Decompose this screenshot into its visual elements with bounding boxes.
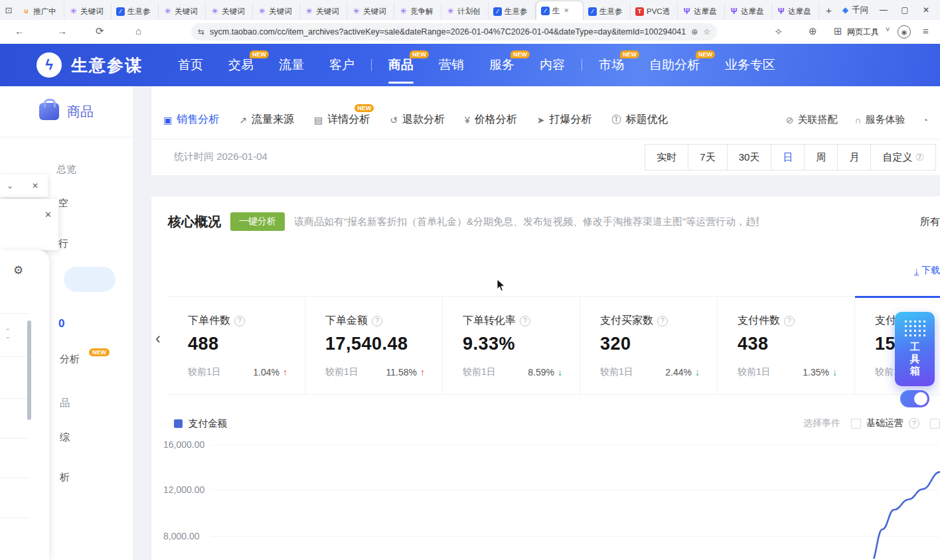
browser-tab[interactable]: ✳关键词 xyxy=(253,3,300,20)
range-button-自定义[interactable]: 自定义 ⑦ xyxy=(870,144,936,171)
sidebar-item-fragment[interactable]: 综 xyxy=(60,431,70,444)
top-nav-item-交易[interactable]: 交易NEW xyxy=(216,56,266,74)
collapse-icon[interactable]: ⌄ xyxy=(7,181,13,190)
subnav-link-服务体验[interactable]: ∩服务体验 xyxy=(854,113,905,126)
sidebar-item-fragment[interactable]: 析 xyxy=(60,471,70,484)
range-button-日[interactable]: 日 xyxy=(771,144,805,171)
sidebar-item-fragment[interactable]: 空 xyxy=(58,197,68,210)
help-icon[interactable]: ? xyxy=(372,316,382,326)
subnav-tab-价格分析[interactable]: ¥价格分析 xyxy=(465,113,517,127)
browser-tab[interactable]: ✳竞争解 xyxy=(394,3,441,20)
menu-icon[interactable]: ≡ xyxy=(923,25,929,36)
top-nav-item-营销[interactable]: 营销 xyxy=(426,56,477,74)
downloads-icon[interactable]: ⊕ xyxy=(809,25,817,37)
tab-search-icon[interactable]: ⊡ xyxy=(0,5,17,15)
chevron-down-icon[interactable]: ˅ xyxy=(886,25,890,33)
subnav-tab-退款分析[interactable]: ↺退款分析 xyxy=(390,113,445,127)
browser-tab[interactable]: ✳关键词 xyxy=(206,3,253,20)
browser-tab[interactable]: ∪推广中 xyxy=(17,3,64,20)
close-tab-icon[interactable]: ✕ xyxy=(564,7,570,14)
top-nav-item-客户[interactable]: 客户 xyxy=(317,56,367,74)
sidebar-item-fragment[interactable]: 行 xyxy=(58,238,68,250)
sidebar-selected-item[interactable] xyxy=(64,267,116,292)
subnav-link-partial[interactable]: ◔ xyxy=(923,115,928,125)
top-nav-item-流量[interactable]: 流量 xyxy=(266,56,317,74)
top-nav-item-业务专区[interactable]: 业务专区 xyxy=(712,56,788,74)
terminal-filter-partial[interactable]: 所有 xyxy=(920,216,940,228)
sidebar-item-fragment[interactable]: 总览 xyxy=(56,163,76,176)
metric-card-支付件数[interactable]: 支付件数?438较前1日1.35%↓ xyxy=(718,296,855,394)
maximize-button[interactable]: ▢ xyxy=(899,5,911,15)
site-info-icon[interactable]: ⇆ xyxy=(198,27,204,36)
top-nav-item-内容[interactable]: 内容 xyxy=(527,56,578,74)
metric-card-支付买家数[interactable]: 支付买家数?320较前1日2.44%↓ xyxy=(580,296,718,394)
zoom-icon[interactable]: ⊕ xyxy=(691,27,698,36)
browser-tab[interactable]: ⁄生✕ xyxy=(536,1,584,20)
minimize-button[interactable]: — xyxy=(878,5,890,15)
sidebar-item-fragment[interactable]: 分析 xyxy=(60,353,80,366)
brand-title[interactable]: 生意参谋 xyxy=(71,54,143,76)
browser-tab[interactable]: ✳计划创 xyxy=(441,3,489,20)
metric-card-下单金额[interactable]: 下单金额?17,540.48较前1日11.58%↑ xyxy=(305,296,443,394)
forward-icon[interactable]: → xyxy=(57,25,67,36)
top-nav-item-自助分析[interactable]: 自助分析NEW xyxy=(637,56,712,74)
profile-avatar[interactable]: ◉ xyxy=(898,25,911,38)
event-option-基础运营[interactable]: 基础运营? xyxy=(851,417,919,429)
cards-scroll-left-icon[interactable]: ‹ xyxy=(155,329,161,348)
range-button-30天[interactable]: 30天 xyxy=(727,144,772,171)
range-button-实时[interactable]: 实时 xyxy=(645,144,688,171)
checkbox[interactable] xyxy=(930,419,940,429)
close-icon[interactable]: ✕ xyxy=(44,210,52,220)
help-icon[interactable]: ? xyxy=(234,316,245,326)
assistant-button[interactable]: ◆ 千问 xyxy=(842,5,868,16)
range-button-周[interactable]: 周 xyxy=(804,144,838,171)
sort-toggle[interactable]: ⌃ ⌄ xyxy=(5,328,11,339)
home-icon[interactable]: ⌂ xyxy=(135,25,141,36)
help-icon[interactable]: ? xyxy=(520,316,530,326)
help-icon[interactable]: ? xyxy=(657,316,668,326)
new-tab-button[interactable]: + xyxy=(819,5,838,16)
browser-tab[interactable]: Ψ达摩盘 xyxy=(725,3,772,20)
download-link[interactable]: ↓ 下载 xyxy=(914,265,940,277)
top-nav-item-市场[interactable]: 市场NEW xyxy=(586,56,637,74)
browser-tab[interactable]: ✳关键词 xyxy=(300,3,347,20)
browser-tab[interactable]: Ψ达摩盘 xyxy=(678,3,725,20)
top-nav-item-服务[interactable]: 服务NEW xyxy=(477,56,527,74)
gear-icon[interactable]: ⚙ xyxy=(13,263,23,277)
toolbox-toggle[interactable] xyxy=(900,390,929,407)
browser-tab[interactable]: ✳关键词 xyxy=(159,3,206,20)
sycm-logo-icon[interactable]: ϟ xyxy=(37,52,62,78)
grid-icon[interactable]: ⊞ xyxy=(834,25,842,37)
subnav-link-关联搭配[interactable]: ⊘关联搭配 xyxy=(786,113,838,126)
address-bar[interactable]: ⇆ sycm.taobao.com/cc/item_archives?activ… xyxy=(191,23,717,40)
bookmark-star-icon[interactable]: ☆ xyxy=(703,27,710,36)
browser-tab[interactable]: Ψ达摩盘 xyxy=(772,3,819,20)
range-button-月[interactable]: 月 xyxy=(837,144,871,171)
web-tools-label[interactable]: 网页工具 xyxy=(847,27,879,38)
browser-tab[interactable]: ⁄生意参 xyxy=(489,3,536,20)
subnav-tab-详情分析[interactable]: ▤详情分析NEW xyxy=(314,113,370,127)
close-window-button[interactable]: ✕ xyxy=(920,5,932,15)
browser-tab[interactable]: ✳关键词 xyxy=(347,3,394,20)
event-option-partial[interactable] xyxy=(930,419,940,429)
top-nav-item-首页[interactable]: 首页 xyxy=(165,56,216,74)
metric-card-下单转化率[interactable]: 下单转化率?9.33%较前1日8.59%↓ xyxy=(443,296,580,394)
browser-tab[interactable]: ⁄生意参 xyxy=(112,3,159,20)
extensions-icon[interactable]: ⟡ xyxy=(775,25,782,37)
subnav-tab-销售分析[interactable]: ▣销售分析 xyxy=(163,113,219,127)
checkbox[interactable] xyxy=(851,419,861,429)
top-nav-item-商品[interactable]: 商品NEW xyxy=(376,56,426,74)
url-text[interactable]: sycm.taobao.com/cc/item_archives?activeK… xyxy=(210,27,686,36)
sidebar-item-fragment[interactable]: 品 xyxy=(60,397,70,409)
close-icon[interactable]: ✕ xyxy=(32,181,39,190)
sidebar-item-fragment[interactable]: 0 xyxy=(58,317,64,330)
metric-card-下单件数[interactable]: 下单件数?488较前1日1.04%↑ xyxy=(168,296,305,394)
browser-tab[interactable]: TPVC透 xyxy=(631,3,678,20)
back-icon[interactable]: ← xyxy=(15,25,25,36)
help-icon[interactable]: ? xyxy=(784,316,795,326)
refresh-icon[interactable]: ⟳ xyxy=(96,25,104,37)
help-icon[interactable]: ? xyxy=(909,418,919,429)
subnav-tab-流量来源[interactable]: ↗流量来源 xyxy=(239,113,294,127)
toolbox-widget[interactable]: 工具箱 xyxy=(895,312,935,386)
subnav-tab-标题优化[interactable]: Ⓣ标题优化 xyxy=(611,113,668,127)
